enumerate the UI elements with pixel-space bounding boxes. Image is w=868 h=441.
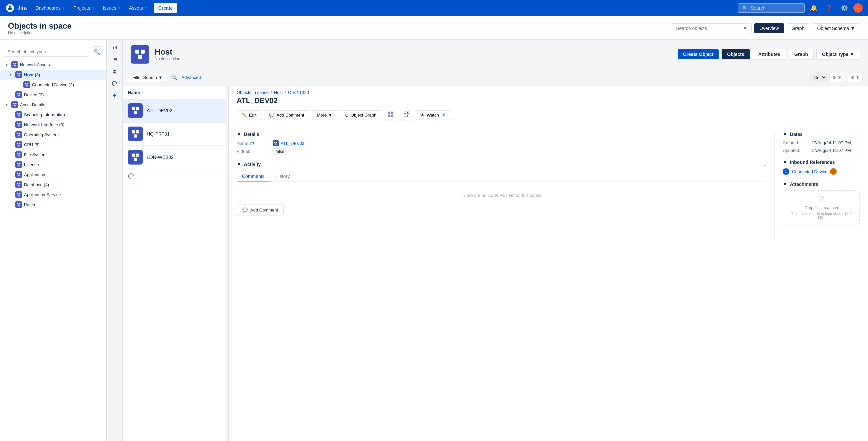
comments-tab[interactable]: Comments [237,171,270,182]
bell-icon[interactable]: 🔔 [807,3,820,13]
tree-item-os[interactable]: Operating System [0,130,106,140]
search-object-types-button[interactable]: 🔍 [92,46,102,57]
tag-icon: 🏷 [250,141,254,146]
nav-dashboards[interactable]: Dashboards ▼ [32,3,68,13]
expand-icon: ▼ [8,72,13,77]
tree-item-database[interactable]: Database (4) [0,179,106,190]
svg-rect-37 [19,183,20,184]
tab-object-schema[interactable]: Object Schema ▼ [812,23,860,33]
activity-sort-icon[interactable]: ↓ [763,161,766,168]
connected-device-ref-link[interactable]: Connected Device [792,169,827,174]
object-item-atl-dev02[interactable]: ATL_DEV02 [123,99,226,122]
svg-rect-17 [18,115,19,116]
list-resize-divider[interactable] [226,86,229,441]
vertical-toolbar: + [107,40,123,441]
tree-item-host[interactable]: ▼ Host (3) [0,70,106,79]
search-objects-container[interactable]: ▼ [672,23,752,33]
resize-button[interactable] [109,66,120,77]
collapse-sidebar-button[interactable] [109,42,120,53]
breadcrumb-objects-in-space[interactable]: Objects in space [237,90,269,95]
svg-rect-28 [19,153,20,154]
details-section-title: Details [244,132,259,137]
edit-button[interactable]: ✏️ Edit [237,110,261,120]
upload-icon: 📄 [789,196,854,204]
tab-graph[interactable]: Graph [787,23,810,33]
tree-item-connected-device[interactable]: Connected Device (2) [0,79,106,90]
search-objects-input[interactable] [676,26,740,31]
tree-item-filesystem[interactable]: File System [0,149,106,160]
object-graph-button[interactable]: ⊙ Object Graph [340,110,381,120]
qr-code-button[interactable] [400,109,413,121]
refresh-list-button[interactable] [123,169,226,185]
breadcrumb-host[interactable]: Host [274,90,283,95]
search-input[interactable] [751,5,797,11]
create-object-button[interactable]: Create Object [678,49,719,59]
inbound-refs-header[interactable]: ▼ Inbound References [783,160,860,165]
nav-assets[interactable]: Assets ▼ [126,3,151,13]
search-objects-dropdown-icon[interactable]: ▼ [743,26,747,31]
filter-search-icon-button[interactable]: 🔍 [170,73,179,82]
svg-rect-67 [407,115,408,115]
sync-button[interactable] [109,78,120,89]
attributes-tab-button[interactable]: Attributes [753,49,786,60]
object-item-lon-web02[interactable]: LON-WEB02 [123,146,226,169]
jira-logo[interactable]: Jira [5,3,27,13]
tab-overview[interactable]: Overview [754,23,784,33]
object-item-hq-prt01[interactable]: HQ-PRT01 [123,123,226,145]
tree-item-device[interactable]: Device (3) [0,90,106,100]
svg-rect-73 [275,143,277,145]
layout-icon-button[interactable] [384,109,397,121]
tree-item-scanning[interactable]: Scanning Information [0,110,106,120]
attachments-section-header[interactable]: ▼ Attachments [783,181,860,187]
watch-icon: 👁 [420,112,425,117]
tree-item-patch[interactable]: Patch [0,200,106,209]
filter-search-button[interactable]: Filter Search ▼ [128,73,167,82]
objects-tab-button[interactable]: Objects [721,49,750,60]
tree-item-license[interactable]: License [0,160,106,170]
history-tab[interactable]: History [270,171,295,182]
filter-row: Filter Search ▼ 🔍 Advanced 25 ⚙ ▼ ⊞ ▼ [123,69,868,86]
tree-item-asset-details[interactable]: ▼ Asset Details [0,100,106,110]
spacer [8,112,13,117]
grid-view-button[interactable]: ⊞ ▼ [848,73,863,82]
tree-item-app-service[interactable]: Application Service [0,190,106,200]
page-size-select[interactable]: 25 [809,73,827,82]
drop-files-area[interactable]: 📄 Drop files to attach The maximum file … [783,190,860,226]
host-type-subtitle: No description [155,57,672,61]
svg-rect-11 [18,95,19,96]
add-comment-button[interactable]: 💬 Add Comment [264,110,309,120]
user-avatar[interactable]: U [853,3,863,13]
graph-tab-button[interactable]: Graph [789,49,814,60]
svg-rect-62 [404,112,406,113]
object-name-link[interactable]: ATL_DEV02 [273,140,304,146]
more-button[interactable]: More ▼ [312,110,338,120]
activity-section-header[interactable]: ▼ Activity ↓ [237,161,766,168]
search-icon: 🔍 [742,5,748,11]
tree-item-network-assets[interactable]: ▼ Network Assets [0,60,106,70]
settings-view-button[interactable]: ⚙ ▼ [829,73,845,82]
dates-section-header[interactable]: ▼ Dates [783,132,860,137]
svg-rect-41 [18,195,19,196]
add-button[interactable]: + [109,90,120,101]
create-button[interactable]: Create [154,3,178,13]
details-section-header[interactable]: ▼ Details [237,132,766,137]
settings-icon[interactable]: ⚙️ [838,3,851,13]
nav-projects[interactable]: Projects ▼ [70,3,98,13]
help-icon[interactable]: ❓ [823,3,835,13]
tree-item-application[interactable]: Application [0,170,106,179]
search-object-types-input[interactable] [4,47,89,57]
add-comment-bottom-button[interactable]: 💬 Add Comment [237,205,284,215]
global-search[interactable]: 🔍 [738,3,805,13]
object-type-tab-button[interactable]: Object Type ▼ [816,49,860,60]
nav-issues[interactable]: Issues ▼ [99,3,124,13]
advanced-search-link[interactable]: Advanced [182,75,201,80]
svg-rect-44 [18,205,19,206]
tree-item-cpu[interactable]: CPU (5) [0,140,106,149]
watch-button[interactable]: 👁 Watch 0 [416,110,452,120]
breadcrumb: Objects in space / Host / OIS-11320 [229,86,868,96]
tree-item-network-interface[interactable]: Network Interface (3) [0,120,106,130]
breadcrumb-ois-id[interactable]: OIS-11320 [288,90,309,95]
tree-view-button[interactable] [109,54,120,65]
expand-icon: ▼ [4,62,9,67]
schema-chevron-icon: ▼ [850,26,855,31]
